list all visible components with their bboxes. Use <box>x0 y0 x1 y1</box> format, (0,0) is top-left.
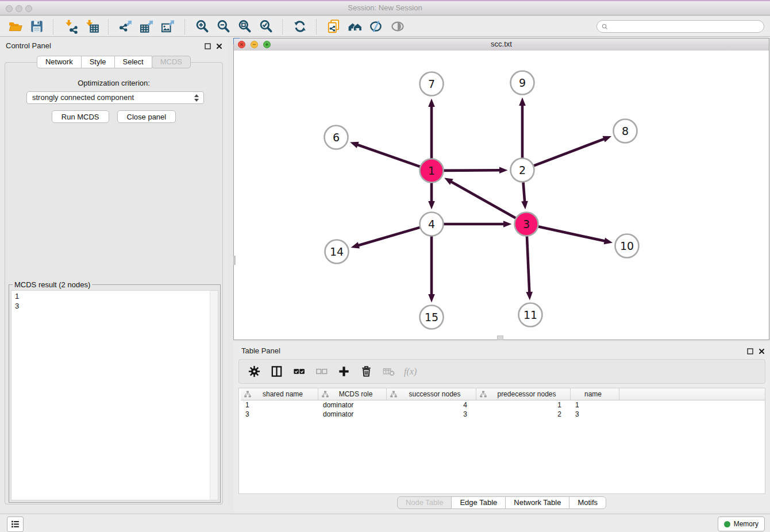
tab-motifs[interactable]: Motifs <box>569 496 606 509</box>
table-row-1[interactable]: 1dominator411 <box>241 400 765 410</box>
network-minimize-button[interactable] <box>251 41 258 48</box>
edge-2-3[interactable] <box>523 181 525 203</box>
edge-3-10[interactable] <box>537 226 606 241</box>
splitter-handle-left[interactable] <box>233 256 236 265</box>
edge-1-6[interactable] <box>356 144 421 167</box>
close-table-panel-icon[interactable] <box>758 347 765 354</box>
criterion-select[interactable]: strongly connected component <box>26 91 204 104</box>
delete-column-button[interactable] <box>356 363 376 381</box>
tab-edge-table[interactable]: Edge Table <box>451 496 506 509</box>
zoom-in-button[interactable] <box>191 18 213 35</box>
optimization-criterion-label: Optimization criterion: <box>5 79 222 87</box>
tab-network[interactable]: Network <box>37 56 82 68</box>
graph-node-8[interactable]: 8 <box>614 119 637 143</box>
column-header-successor-nodes[interactable]: successor nodes <box>387 388 476 400</box>
import-network-button[interactable] <box>60 18 81 35</box>
window-title: Session: New Session <box>0 1 770 15</box>
tab-style[interactable]: Style <box>81 56 115 68</box>
column-header-MCDS-role[interactable]: MCDS role <box>318 388 387 400</box>
float-table-panel-icon[interactable] <box>746 347 754 354</box>
zoom-fit-button[interactable] <box>234 18 255 35</box>
graph-node-1[interactable]: 1 <box>420 159 444 183</box>
tab-node-table[interactable]: Node Table <box>397 496 452 509</box>
edge-2-8[interactable] <box>533 138 605 166</box>
cell-successor-nodes[interactable]: 3 <box>387 410 476 419</box>
export-table-button[interactable] <box>136 18 157 35</box>
zoom-selected-button[interactable] <box>255 18 276 35</box>
graph-node-2[interactable]: 2 <box>511 159 534 182</box>
node-table: shared nameMCDS rolesuccessor nodesprede… <box>238 388 765 494</box>
graph-node-3[interactable]: 3 <box>515 213 538 236</box>
search-field[interactable] <box>596 20 764 33</box>
delete-column-icon <box>360 365 373 378</box>
edge-1-2[interactable] <box>443 170 502 171</box>
refresh-button[interactable] <box>289 18 310 35</box>
result-scrollbar[interactable] <box>210 291 218 500</box>
graph-node-15[interactable]: 15 <box>420 306 444 329</box>
show-panel-icon <box>390 19 405 34</box>
mcds-result-area[interactable]: 13 <box>11 290 218 500</box>
close-panel-button[interactable]: Close panel <box>117 110 176 123</box>
import-table-button[interactable] <box>81 18 102 35</box>
cell-successor-nodes[interactable]: 4 <box>387 400 476 410</box>
cell-shared-name[interactable]: 3 <box>241 410 318 419</box>
edge-3-11[interactable] <box>527 236 530 294</box>
cell-name[interactable]: 1 <box>571 400 619 410</box>
open-file-button[interactable] <box>5 18 26 35</box>
task-history-button[interactable] <box>7 516 24 532</box>
run-mcds-button[interactable]: Run MCDS <box>52 110 109 123</box>
graph-node-10[interactable]: 10 <box>615 234 639 258</box>
toolbar-separator <box>53 19 54 34</box>
graph-node-4[interactable]: 4 <box>420 213 444 236</box>
home-button[interactable] <box>344 18 365 35</box>
search-input[interactable] <box>609 21 760 32</box>
split-columns-button[interactable] <box>266 363 287 381</box>
hide-panel-button[interactable] <box>365 18 387 35</box>
select-all-columns-button[interactable] <box>288 363 309 381</box>
cell-name[interactable]: 3 <box>571 410 619 419</box>
export-network-button[interactable] <box>115 18 136 35</box>
graph-node-9[interactable]: 9 <box>511 71 534 95</box>
cell-predecessor-nodes[interactable]: 2 <box>476 410 571 419</box>
cell-MCDS-role[interactable]: dominator <box>318 410 387 419</box>
settings-gear-button[interactable] <box>244 363 264 381</box>
close-panel-icon[interactable] <box>215 42 223 49</box>
tab-network-table[interactable]: Network Table <box>505 496 569 509</box>
tab-select[interactable]: Select <box>114 56 152 68</box>
cell-MCDS-role[interactable]: dominator <box>318 400 387 410</box>
network-canvas[interactable]: 1234678910111415 <box>234 51 769 340</box>
graph-node-14[interactable]: 14 <box>325 240 349 264</box>
edge-4-14[interactable] <box>357 227 421 245</box>
export-image-button[interactable] <box>157 18 179 35</box>
add-column-button[interactable] <box>333 363 354 381</box>
node-label-6: 6 <box>333 131 340 144</box>
graph-node-6[interactable]: 6 <box>325 126 348 149</box>
node-label-4: 4 <box>428 218 435 230</box>
network-window-titlebar: scc.txt <box>234 38 769 51</box>
cell-shared-name[interactable]: 1 <box>241 400 318 410</box>
clone-network-button[interactable] <box>323 18 344 35</box>
network-maximize-button[interactable] <box>263 41 271 48</box>
zoom-out-button[interactable] <box>213 18 234 35</box>
cell-predecessor-nodes[interactable]: 1 <box>476 400 571 410</box>
node-label-15: 15 <box>425 311 438 323</box>
deselect-all-columns-button[interactable] <box>311 363 332 381</box>
column-header-name[interactable]: name <box>571 388 619 400</box>
window-zoom-button[interactable] <box>25 5 32 12</box>
tab-mcds[interactable]: MCDS <box>152 56 191 68</box>
window-minimize-button[interactable] <box>16 5 22 12</box>
column-header-predecessor-nodes[interactable]: predecessor nodes <box>476 388 571 400</box>
save-session-button[interactable] <box>26 18 47 35</box>
window-close-button[interactable] <box>6 5 13 12</box>
edge-3-1[interactable] <box>450 181 517 218</box>
column-header-shared-name[interactable]: shared name <box>241 388 318 400</box>
show-panel-button[interactable] <box>387 18 408 35</box>
float-panel-icon[interactable] <box>204 42 211 49</box>
table-row-2[interactable]: 3dominator323 <box>241 410 765 419</box>
splitter-handle-bottom[interactable] <box>497 336 503 340</box>
memory-button[interactable]: Memory <box>718 516 765 531</box>
network-close-button[interactable] <box>238 41 245 48</box>
status-bar: Memory <box>0 514 770 532</box>
graph-node-7[interactable]: 7 <box>420 72 444 96</box>
graph-node-11[interactable]: 11 <box>519 303 542 327</box>
